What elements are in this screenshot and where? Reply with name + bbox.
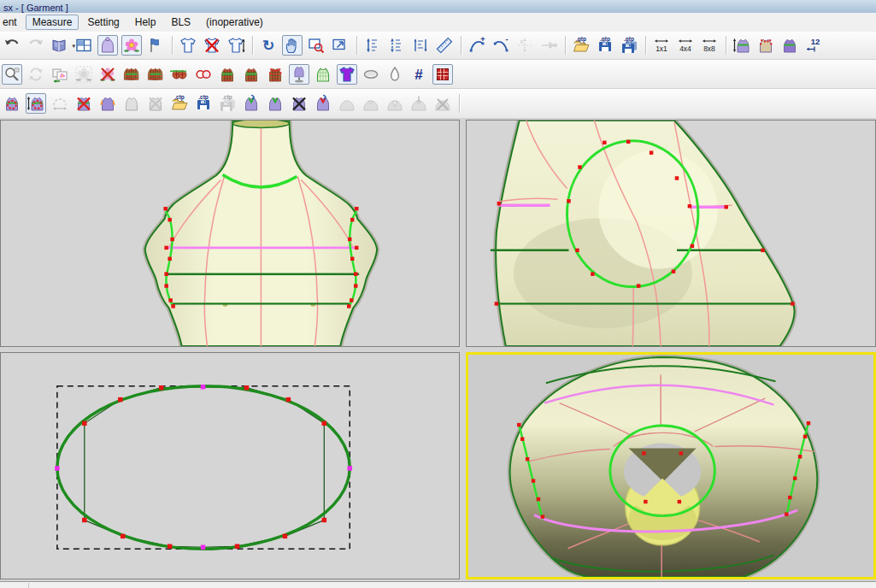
control-point[interactable] (55, 466, 59, 470)
control-point[interactable] (164, 272, 168, 275)
control-point[interactable] (286, 397, 291, 402)
grid-8x8-button[interactable]: 8x8 (699, 35, 720, 56)
control-point[interactable] (603, 141, 606, 144)
collar-shape-3-button[interactable] (385, 93, 405, 114)
control-point[interactable] (168, 218, 171, 221)
viewport-section-view[interactable] (0, 352, 460, 579)
control-point[interactable] (347, 466, 351, 470)
flag-marker-button[interactable] (145, 35, 166, 56)
control-point[interactable] (526, 457, 529, 461)
menu-bls[interactable]: BLS (164, 15, 197, 30)
control-point[interactable] (497, 202, 501, 205)
menu-ent[interactable]: ent (1, 15, 24, 30)
pan-hand-button[interactable] (282, 35, 303, 56)
bust-control-points-button[interactable] (755, 35, 776, 56)
control-point[interactable] (520, 438, 524, 441)
measure-vertical-button[interactable] (362, 35, 383, 56)
collar-arrow-button[interactable] (409, 93, 429, 114)
collar-v-import-button[interactable] (313, 93, 333, 114)
bust-disabled-button[interactable] (121, 93, 142, 114)
menu-measure[interactable]: Measure (26, 15, 79, 30)
window-layout-button[interactable] (73, 35, 94, 56)
control-point[interactable] (168, 257, 171, 261)
plaid-swatch-button[interactable] (432, 64, 453, 85)
control-point[interactable] (347, 304, 350, 308)
control-point[interactable] (82, 518, 86, 522)
control-point[interactable] (644, 500, 647, 503)
garment-shirt-button[interactable] (178, 35, 198, 56)
control-point[interactable] (724, 205, 727, 209)
bust-ring-button[interactable] (2, 93, 22, 114)
control-point[interactable] (118, 397, 122, 402)
control-point[interactable] (322, 421, 326, 426)
garment-measure-button[interactable] (226, 35, 246, 56)
collar-import-button[interactable] (241, 93, 262, 114)
ruler-diagonal-button[interactable] (434, 35, 455, 56)
control-point[interactable] (82, 421, 86, 426)
texture-off-button[interactable] (73, 64, 94, 85)
mannequin-stand-button[interactable] (289, 64, 309, 85)
control-point[interactable] (171, 304, 174, 308)
measure-vertical-dotted-button[interactable] (386, 35, 407, 56)
control-point[interactable] (322, 518, 326, 522)
curve-remove-button[interactable]: - (491, 35, 511, 56)
control-point[interactable] (688, 204, 691, 208)
control-point[interactable] (541, 514, 544, 518)
control-point[interactable] (168, 298, 172, 302)
control-point[interactable] (495, 302, 498, 305)
control-point[interactable] (170, 238, 173, 241)
control-point[interactable] (679, 451, 683, 455)
gtp-open-button[interactable]: .gtp (571, 35, 591, 56)
plaid-straps-button[interactable] (265, 64, 285, 85)
control-point[interactable] (164, 284, 168, 287)
collar-shape-2-button[interactable] (361, 93, 381, 114)
plaid-bra-button[interactable] (169, 64, 190, 85)
redo-button[interactable] (26, 35, 46, 56)
control-point[interactable] (791, 302, 794, 305)
ctp-open-button[interactable]: .ctp (169, 93, 190, 114)
control-point[interactable] (567, 199, 570, 203)
viewport-front-view[interactable] (0, 120, 460, 347)
bust-delete-button[interactable] (73, 93, 94, 114)
menu-setting[interactable]: Setting (80, 15, 126, 30)
control-point[interactable] (788, 496, 791, 499)
grid-hash-button[interactable]: # (409, 64, 429, 85)
plaid-torso-button[interactable] (217, 64, 238, 85)
wireframe-bust-button[interactable] (313, 64, 333, 85)
title-bar[interactable]: sx - [ Garment ] (0, 0, 876, 13)
collar-delete-gray-button[interactable] (432, 93, 453, 114)
gtp-save-as-button[interactable]: .gtp (619, 35, 639, 56)
collar-delete-button[interactable] (289, 93, 309, 114)
zoom-extents-button[interactable] (330, 35, 350, 56)
control-point[interactable] (159, 385, 163, 390)
undo-button[interactable] (2, 35, 22, 56)
control-point[interactable] (163, 207, 167, 210)
collar-apply-button[interactable] (265, 93, 285, 114)
menu-inoperative[interactable]: (inoperative) (199, 15, 270, 30)
control-point[interactable] (517, 423, 520, 426)
control-point[interactable] (798, 455, 802, 458)
control-point[interactable] (575, 249, 579, 252)
rotate-view-button[interactable]: ↻ (258, 35, 279, 56)
measure-pair-button[interactable] (410, 35, 431, 56)
viewport-top-view-active[interactable] (466, 352, 876, 579)
texture-delete-button[interactable] (97, 64, 118, 85)
plaid-circles-button[interactable] (193, 64, 214, 85)
control-point[interactable] (235, 544, 239, 549)
control-point[interactable] (354, 284, 357, 287)
viewport-side-view[interactable] (466, 120, 876, 347)
control-point[interactable] (672, 269, 675, 273)
control-point[interactable] (350, 298, 353, 302)
control-point[interactable] (350, 257, 354, 261)
curve-add-button[interactable]: + (467, 35, 487, 56)
zoom-window-button[interactable] (306, 35, 326, 56)
bust-height-button[interactable] (26, 93, 46, 114)
mannequin-display-button[interactable] (97, 35, 118, 56)
grid-4x4-button[interactable]: 4x4 (675, 35, 696, 56)
control-point[interactable] (201, 545, 205, 550)
control-point[interactable] (164, 246, 168, 250)
ctp-save-as-button[interactable]: .ctp (217, 93, 238, 114)
garment-delete-button[interactable] (202, 35, 222, 56)
shirt-purple-button[interactable] (337, 64, 357, 85)
point-move-button[interactable] (538, 35, 559, 56)
